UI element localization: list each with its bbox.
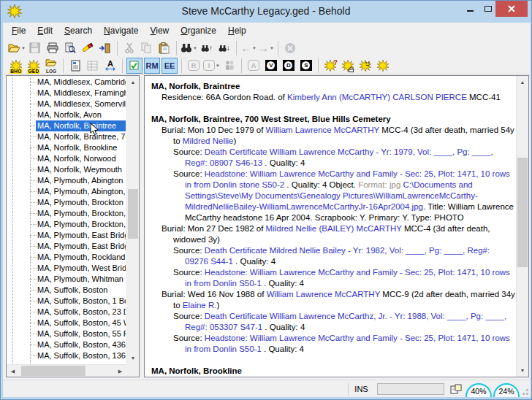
menu-search[interactable]: Search <box>58 23 98 39</box>
tree-item[interactable]: MA, Plymouth, East Bridge <box>7 241 126 252</box>
tree-item[interactable]: MA, Plymouth, Whitman <box>7 274 126 285</box>
details-section-button[interactable]: D <box>281 58 297 74</box>
tree-item[interactable]: MA, Suffolk, Boston, Ded <box>7 361 126 364</box>
tree-item[interactable]: MA, Middlesex, Framingha <box>7 88 126 99</box>
tree-item[interactable]: MA, Norfolk, Avon <box>7 109 126 120</box>
events-section-button[interactable]: V <box>263 58 279 74</box>
tree-item[interactable]: MA, Norfolk, Braintree <box>7 120 126 131</box>
tree-item[interactable]: MA, Plymouth, Rockland, <box>7 252 126 263</box>
tree-item[interactable]: MA, Suffolk, Boston, 23 D <box>7 307 126 318</box>
behold-file-button[interactable]: BHO <box>8 58 24 74</box>
back-dropdown-caret[interactable]: ▼ <box>252 46 256 50</box>
exit-button[interactable] <box>97 40 113 56</box>
minimize-button[interactable] <box>461 1 479 17</box>
save-button[interactable] <box>27 40 43 56</box>
record-link[interactable]: Headstone: William Lawrence McCarthy and… <box>185 268 510 288</box>
record-link[interactable]: Mildred Nellie (BAILEY) McCARTHY <box>266 224 402 233</box>
scrollbar-thumb[interactable] <box>517 158 528 267</box>
tree-vertical-scrollbar[interactable]: ▲ ▼ <box>126 76 139 364</box>
find-button[interactable]: ▼ <box>180 40 197 56</box>
forward-button[interactable]: →▼ <box>258 40 274 56</box>
flashlight-button[interactable] <box>80 40 96 56</box>
tree-item[interactable]: MA, Plymouth, East Bridge <box>7 230 126 241</box>
people-button[interactable] <box>221 58 238 74</box>
scrollbar-thumb[interactable] <box>21 366 86 376</box>
record-link[interactable]: Kimberly Ann (McCARTHY) CARLSON PIERCE <box>287 93 467 101</box>
menu-help[interactable]: Help <box>222 23 252 39</box>
indexes-button[interactable]: I▼ <box>203 58 220 74</box>
tree-item[interactable]: MA, Plymouth, Brockton <box>7 197 126 208</box>
tree-item[interactable]: MA, Plymouth, West Bridg <box>7 263 126 274</box>
menu-organize[interactable]: Organize <box>175 23 222 39</box>
sources-section-button[interactable]: S <box>298 58 314 74</box>
find-dropdown-caret[interactable]: ▼ <box>193 46 197 50</box>
find-previous-button[interactable]: ↑ <box>199 40 215 56</box>
tree-horizontal-scrollbar[interactable]: ◀ ▶ <box>7 364 126 377</box>
tree-item[interactable]: MA, Suffolk, Boston, 45 W <box>7 318 126 328</box>
tree-item[interactable]: MA, Norfolk, Norwood <box>7 153 126 164</box>
about-button[interactable] <box>357 58 373 74</box>
forward-dropdown-caret[interactable]: ▼ <box>270 46 274 50</box>
home-page-button[interactable] <box>340 58 356 74</box>
close-button[interactable] <box>495 1 528 17</box>
tree-item[interactable]: MA, Suffolk, Boston <box>7 285 126 296</box>
autocheck-toggle[interactable] <box>126 58 142 74</box>
open-dropdown-caret[interactable]: ▼ <box>21 46 26 50</box>
tree-item[interactable]: MA, Middlesex, Cambridg <box>7 77 126 88</box>
columns-layout-button[interactable] <box>85 58 101 74</box>
tree-item[interactable]: MA, Suffolk, Boston, 1 Bo <box>7 296 126 307</box>
tree-item[interactable]: MA, Norfolk, Weymouth <box>7 164 126 175</box>
record-link[interactable]: Death Certificate Mildred Nellie Bailey … <box>185 246 490 266</box>
tree-item[interactable]: MA, Suffolk, Boston, 1366 <box>7 350 126 361</box>
all-sections-button[interactable]: A <box>246 58 262 74</box>
scroll-left-arrow[interactable]: ◀ <box>7 365 19 377</box>
scroll-up-arrow[interactable]: ▲ <box>127 76 139 88</box>
copy-button[interactable] <box>139 40 155 56</box>
font-button[interactable]: A <box>102 58 118 74</box>
behold-button[interactable] <box>375 58 391 74</box>
help-button[interactable]: ? <box>322 58 338 74</box>
rm-toggle[interactable]: RM <box>144 58 160 74</box>
open-file-button[interactable]: ▼ <box>8 40 26 56</box>
log-file-button[interactable]: LOG <box>43 58 59 74</box>
gedcom-file-button[interactable]: GED <box>26 58 42 74</box>
paste-button[interactable] <box>156 40 172 56</box>
record-link[interactable]: William Lawrence McCARTHY <box>266 126 380 134</box>
scroll-up-arrow[interactable]: ▲ <box>517 76 528 88</box>
record-link[interactable]: Death Certificate William Lawrence McCar… <box>185 312 506 331</box>
menu-navigate[interactable]: Navigate <box>98 23 144 39</box>
indexes-dropdown-caret[interactable]: ▼ <box>216 64 220 68</box>
scroll-down-arrow[interactable]: ▼ <box>127 352 139 364</box>
scrollbar-thumb[interactable] <box>128 189 138 239</box>
ee-toggle[interactable]: EE <box>162 58 178 74</box>
stop-button[interactable] <box>282 40 298 56</box>
cut-button[interactable] <box>121 40 137 56</box>
record-link[interactable]: Headstone: William Lawrence McCarthy and… <box>185 334 510 353</box>
references-button[interactable]: R <box>186 58 202 74</box>
scroll-down-arrow[interactable]: ▼ <box>517 364 528 377</box>
content-vertical-scrollbar[interactable]: ▲ ▼ <box>516 76 528 377</box>
tree-item[interactable]: MA, Plymouth, Brockton, 2 <box>7 208 126 219</box>
find-next-button[interactable]: ↓ <box>216 40 232 56</box>
menu-view[interactable]: View <box>144 23 175 39</box>
record-link[interactable]: Mildred Nellie <box>183 136 234 145</box>
tree-item[interactable]: MA, Plymouth, Abington <box>7 175 126 186</box>
tree-item[interactable]: MA, Suffolk, Boston, 55 F <box>7 328 126 339</box>
tree-item[interactable]: MA, Middlesex, Somerville <box>7 99 126 109</box>
scroll-right-arrow[interactable]: ▶ <box>114 365 126 377</box>
tree-item[interactable]: MA, Norfolk, Brookline <box>7 142 126 153</box>
tree-item[interactable]: MA, Suffolk, Boston, 436 <box>7 339 126 350</box>
record-link[interactable]: Elaine R. <box>183 301 217 309</box>
tree-item[interactable]: MA, Norfolk, Braintree, 70 <box>7 131 126 142</box>
menu-edit[interactable]: Edit <box>31 23 58 39</box>
resize-grip[interactable] <box>520 382 529 396</box>
menu-file[interactable]: File <box>6 23 31 39</box>
print-button[interactable] <box>45 40 61 56</box>
record-link[interactable]: Death Certificate William Lawrence McCar… <box>185 147 493 167</box>
maximize-button[interactable] <box>479 1 497 17</box>
tree-item[interactable]: MA, Plymouth, Brockton, 6 <box>7 219 126 230</box>
record-link[interactable]: William Lawrence McCARTHY <box>267 290 381 299</box>
report-layout-button[interactable] <box>67 58 83 74</box>
print-preview-button[interactable] <box>62 40 78 56</box>
tree-item[interactable]: MA, Plymouth, Abington, 4 <box>7 186 126 197</box>
